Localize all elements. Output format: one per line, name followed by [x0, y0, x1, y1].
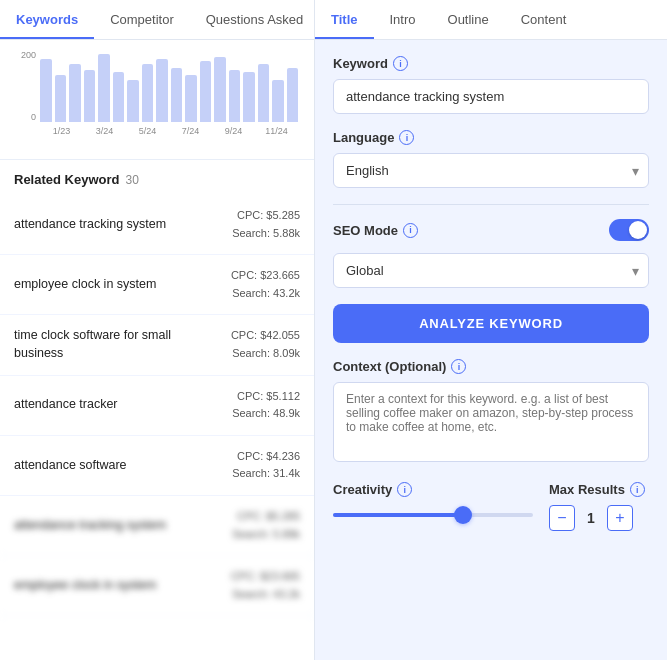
main-container: 200 0 1/233/245/247/249/2411/24 Related …: [0, 40, 667, 660]
chart-bar: [84, 70, 96, 122]
analyze-keyword-button[interactable]: ANALYZE KEYWORD: [333, 304, 649, 343]
keyword-name: attendance software: [14, 457, 127, 475]
stepper-increment-button[interactable]: +: [607, 505, 633, 531]
keyword-item[interactable]: employee clock in systemCPC: $23.665Sear…: [0, 255, 314, 315]
keyword-name: attendance tracker: [14, 396, 118, 414]
context-textarea[interactable]: [333, 382, 649, 462]
chart-x-labels: 1/233/245/247/249/2411/24: [12, 126, 302, 136]
keyword-input[interactable]: [333, 79, 649, 114]
stepper-decrement-button[interactable]: −: [549, 505, 575, 531]
chart-bar: [272, 80, 284, 122]
keyword-name: attendance tracking system: [14, 216, 166, 234]
left-panel: 200 0 1/233/245/247/249/2411/24 Related …: [0, 40, 315, 660]
max-results-section: Max Results i − 1 +: [549, 482, 649, 531]
creativity-slider-wrapper: [333, 505, 533, 525]
chart-bar: [200, 61, 212, 122]
slider-thumb[interactable]: [454, 506, 472, 524]
chart-area: 200 0 1/233/245/247/249/2411/24: [0, 40, 314, 160]
keyword-item: attendance tracking systemCPC: $5.285Sea…: [0, 496, 314, 556]
tab-competitor[interactable]: Competitor: [94, 0, 190, 39]
slider-fill: [333, 513, 463, 517]
seo-mode-label-group: SEO Mode i: [333, 223, 418, 238]
keyword-item: employee clock in systemCPC: $23.665Sear…: [0, 556, 314, 616]
context-group: Context (Optional) i: [333, 359, 649, 466]
chart-bar: [69, 64, 81, 122]
keyword-name: attendance tracking system: [14, 517, 166, 535]
max-results-label: Max Results i: [549, 482, 649, 497]
stepper-row: − 1 +: [549, 505, 649, 531]
keyword-label: Keyword i: [333, 56, 649, 71]
chart-wrapper: 200 0 1/233/245/247/249/2411/24: [12, 50, 302, 151]
seo-mode-toggle[interactable]: [609, 219, 649, 241]
tab-intro[interactable]: Intro: [374, 0, 432, 39]
slider-track: [333, 513, 533, 517]
creativity-label: Creativity i: [333, 482, 533, 497]
keyword-stats: CPC: $23.665Search: 43.2k: [231, 568, 300, 603]
language-info-icon[interactable]: i: [399, 130, 414, 145]
chart-bar: [98, 54, 110, 122]
keyword-name: employee clock in system: [14, 577, 156, 595]
tab-outline[interactable]: Outline: [432, 0, 505, 39]
divider-1: [333, 204, 649, 205]
seo-mode-info-icon[interactable]: i: [403, 223, 418, 238]
chart-bar: [142, 64, 154, 122]
chart-bar: [185, 75, 197, 122]
keyword-stats: CPC: $5.285Search: 5.88k: [232, 207, 300, 242]
right-tabs: Title Intro Outline Content: [315, 0, 667, 39]
global-group: Global US UK Canada ▾: [333, 253, 649, 288]
chart-x-label: 11/24: [255, 126, 298, 136]
keyword-item[interactable]: time clock software for small businessCP…: [0, 315, 314, 375]
y-label-bottom: 0: [12, 112, 40, 122]
chart-x-label: 9/24: [212, 126, 255, 136]
language-select[interactable]: English Spanish French German: [333, 153, 649, 188]
context-info-icon[interactable]: i: [451, 359, 466, 374]
keyword-stats: CPC: $5.112Search: 48.9k: [232, 388, 300, 423]
creativity-info-icon[interactable]: i: [397, 482, 412, 497]
tab-content[interactable]: Content: [505, 0, 583, 39]
keyword-stats: CPC: $23.665Search: 43.2k: [231, 267, 300, 302]
creativity-section: Creativity i: [333, 482, 533, 525]
bottom-row: Creativity i Max Results i − 1: [333, 482, 649, 531]
stepper-value: 1: [581, 510, 601, 526]
chart-bar: [55, 75, 67, 122]
keyword-stats: CPC: $5.285Search: 5.88k: [232, 508, 300, 543]
chart-bar: [229, 70, 241, 122]
keyword-item[interactable]: attendance tracking systemCPC: $5.285Sea…: [0, 195, 314, 255]
chart-bars: [12, 50, 302, 122]
max-results-info-icon[interactable]: i: [630, 482, 645, 497]
related-keyword-count: 30: [125, 173, 138, 187]
global-select[interactable]: Global US UK Canada: [333, 253, 649, 288]
toggle-knob: [629, 221, 647, 239]
keyword-name: employee clock in system: [14, 276, 156, 294]
keyword-stats: CPC: $42.055Search: 8.09k: [231, 327, 300, 362]
chart-bar: [243, 72, 255, 122]
keyword-item[interactable]: attendance trackerCPC: $5.112Search: 48.…: [0, 376, 314, 436]
global-select-wrapper: Global US UK Canada ▾: [333, 253, 649, 288]
y-label-top: 200: [12, 50, 40, 60]
top-navigation: Keywords Competitor Questions Asked Titl…: [0, 0, 667, 40]
keyword-info-icon[interactable]: i: [393, 56, 408, 71]
keyword-list: attendance tracking systemCPC: $5.285Sea…: [0, 195, 314, 660]
language-group: Language i English Spanish French German…: [333, 130, 649, 188]
chart-bar: [214, 57, 226, 122]
tab-title[interactable]: Title: [315, 0, 374, 39]
chart-x-label: 3/24: [83, 126, 126, 136]
chart-x-label: 1/23: [40, 126, 83, 136]
related-keyword-header: Related Keyword 30: [0, 160, 314, 195]
keyword-group: Keyword i: [333, 56, 649, 114]
right-panel: Keyword i Language i English Spanish Fre…: [315, 40, 667, 660]
related-keyword-title: Related Keyword: [14, 172, 119, 187]
chart-bar: [287, 68, 299, 122]
keyword-stats: CPC: $4.236Search: 31.4k: [232, 448, 300, 483]
tab-keywords[interactable]: Keywords: [0, 0, 94, 39]
keyword-item[interactable]: attendance softwareCPC: $4.236Search: 31…: [0, 436, 314, 496]
left-tabs: Keywords Competitor Questions Asked: [0, 0, 315, 39]
tab-questions-asked[interactable]: Questions Asked: [190, 0, 320, 39]
seo-mode-row: SEO Mode i: [333, 219, 649, 241]
chart-bar: [113, 72, 125, 122]
chart-x-label: 7/24: [169, 126, 212, 136]
chart-bar: [258, 64, 270, 122]
context-label: Context (Optional) i: [333, 359, 649, 374]
chart-bar: [156, 59, 168, 122]
chart-y-axis: 200 0: [12, 50, 40, 122]
